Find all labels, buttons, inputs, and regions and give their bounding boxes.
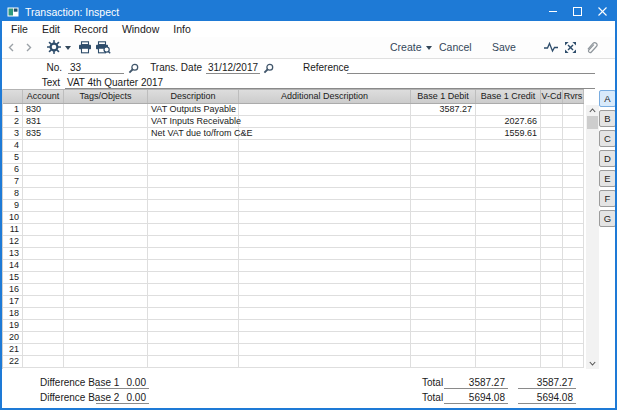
cell-additional[interactable] [239,200,411,211]
cell-account[interactable] [23,332,64,343]
cell-rvrs[interactable] [563,200,584,211]
cell-tags[interactable] [64,308,148,319]
cell-credit[interactable] [476,320,541,331]
cancel-button[interactable]: Cancel [439,37,472,57]
cell-debit[interactable] [411,128,476,139]
cell-debit[interactable] [411,344,476,355]
cell-additional[interactable] [239,104,411,115]
scroll-up-button[interactable] [586,105,599,116]
cell-additional[interactable] [239,236,411,247]
flip-tab-a[interactable]: A [599,90,616,107]
cell-debit[interactable] [411,308,476,319]
column-header[interactable]: Tags/Objects [64,90,148,103]
cell-credit[interactable] [476,308,541,319]
cell-rvrs[interactable] [563,320,584,331]
cell-credit[interactable] [476,212,541,223]
cell-credit[interactable] [476,344,541,355]
cell-description[interactable] [148,248,239,259]
flip-tab-e[interactable]: E [599,170,616,187]
cell-credit[interactable] [476,332,541,343]
cell-debit[interactable] [411,164,476,175]
cell-additional[interactable] [239,152,411,163]
cell-description[interactable] [148,356,239,367]
cell-credit[interactable] [476,200,541,211]
cell-additional[interactable] [239,272,411,283]
cell-description[interactable] [148,188,239,199]
cell-vcd[interactable] [541,140,563,151]
column-header[interactable]: Description [148,90,239,103]
cell-rvrs[interactable] [563,272,584,283]
cell-additional[interactable] [239,284,411,295]
cell-account[interactable] [23,164,64,175]
cell-credit[interactable] [476,236,541,247]
cell-credit[interactable] [476,260,541,271]
cell-debit[interactable] [411,284,476,295]
cell-vcd[interactable] [541,308,563,319]
cell-tags[interactable] [64,212,148,223]
cell-account[interactable] [23,152,64,163]
cell-additional[interactable] [239,128,411,139]
cell-debit[interactable] [411,356,476,367]
cell-debit[interactable] [411,320,476,331]
minimize-button[interactable] [540,2,565,21]
cell-description[interactable] [148,308,239,319]
cell-debit[interactable] [411,176,476,187]
cell-description[interactable] [148,164,239,175]
flip-tab-f[interactable]: F [599,190,616,207]
cell-additional[interactable] [239,356,411,367]
cell-description[interactable] [148,344,239,355]
cell-vcd[interactable] [541,236,563,247]
cell-rvrs[interactable] [563,224,584,235]
cell-account[interactable] [23,224,64,235]
cell-account[interactable] [23,320,64,331]
cell-account[interactable] [23,200,64,211]
cell-vcd[interactable] [541,260,563,271]
cell-description[interactable] [148,200,239,211]
cell-additional[interactable] [239,116,411,127]
cell-rvrs[interactable] [563,140,584,151]
cell-account[interactable] [23,356,64,367]
cell-tags[interactable] [64,356,148,367]
cell-credit[interactable]: 2027.66 [476,116,541,127]
cell-account[interactable]: 831 [23,116,64,127]
cell-rvrs[interactable] [563,356,584,367]
cell-credit[interactable] [476,248,541,259]
cell-account[interactable] [23,188,64,199]
cell-account[interactable] [23,344,64,355]
cell-description[interactable] [148,236,239,247]
cell-vcd[interactable] [541,320,563,331]
cell-credit[interactable] [476,164,541,175]
cell-tags[interactable] [64,128,148,139]
cell-vcd[interactable] [541,332,563,343]
column-header[interactable]: Base 1 Credit [476,90,541,103]
operations-menu-button[interactable] [47,37,71,57]
cell-additional[interactable] [239,212,411,223]
cell-description[interactable] [148,260,239,271]
cell-account[interactable] [23,296,64,307]
flip-tab-b[interactable]: B [599,110,616,127]
column-header[interactable]: Account [23,90,64,103]
cell-description[interactable] [148,272,239,283]
cell-vcd[interactable] [541,344,563,355]
cell-rvrs[interactable] [563,236,584,247]
cell-additional[interactable] [239,344,411,355]
cell-vcd[interactable] [541,272,563,283]
cell-rvrs[interactable] [563,176,584,187]
cell-debit[interactable] [411,248,476,259]
cell-description[interactable] [148,152,239,163]
cell-additional[interactable] [239,248,411,259]
cell-description[interactable] [148,224,239,235]
cell-additional[interactable] [239,176,411,187]
cell-vcd[interactable] [541,212,563,223]
menu-item-edit[interactable]: Edit [35,23,67,35]
cell-vcd[interactable] [541,164,563,175]
date-paste-special-button[interactable] [263,63,274,74]
cell-vcd[interactable] [541,176,563,187]
cell-vcd[interactable] [541,356,563,367]
cell-tags[interactable] [64,176,148,187]
cell-account[interactable] [23,236,64,247]
cell-additional[interactable] [239,188,411,199]
cell-description[interactable]: VAT Inputs Receivable [148,116,239,127]
cell-debit[interactable] [411,296,476,307]
menu-item-record[interactable]: Record [67,23,115,35]
